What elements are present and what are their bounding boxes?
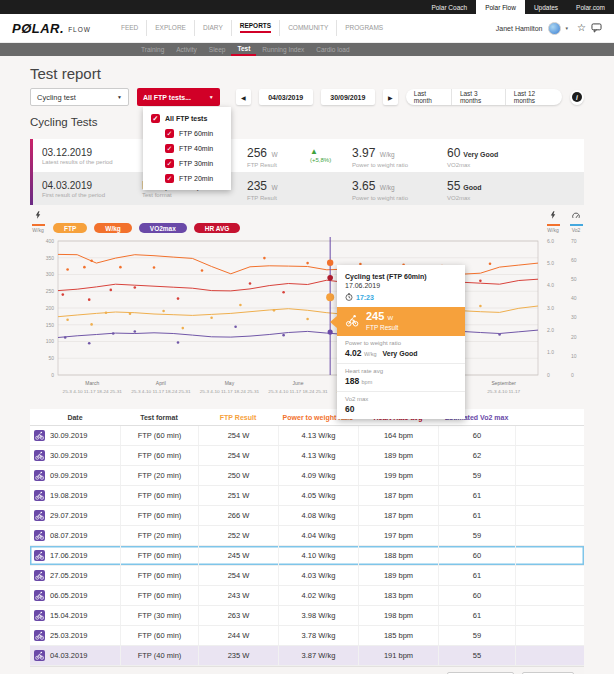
right-axis-wkg-tick: 5.0 xyxy=(547,260,554,266)
nav-community[interactable]: COMMUNITY xyxy=(279,20,336,37)
test-type-select[interactable]: All FTP tests... ▼ xyxy=(137,88,220,106)
legend-pill-vo2max[interactable]: VO2max xyxy=(139,223,187,233)
favorites-star-icon[interactable]: ☆ xyxy=(577,23,586,33)
summary-vo2-value: 55 xyxy=(447,179,460,193)
table-row[interactable]: 30.09.2019FTP (60 min)254 W4.13 W/kg189 … xyxy=(30,446,584,466)
data-dot-w-kg xyxy=(90,259,93,262)
range-last-3-months[interactable]: Last 3 months xyxy=(451,89,505,105)
cycling-sport-icon xyxy=(34,510,45,521)
date-value: 19.08.2019 xyxy=(50,491,88,500)
nav-diary[interactable]: DIARY xyxy=(194,20,231,37)
subnav-sleep[interactable]: Sleep xyxy=(203,43,232,56)
data-dot-ftp xyxy=(90,323,93,326)
sport-select[interactable]: Cycling test ▼ xyxy=(30,88,129,106)
x-axis-month: May xyxy=(225,380,235,386)
data-dot-ftp xyxy=(129,312,132,315)
table-row[interactable]: 17.06.2019FTP (60 min)245 W4.10 W/kg188 … xyxy=(30,546,584,566)
cell-empty xyxy=(515,486,584,505)
subnav-test[interactable]: Test xyxy=(231,43,256,56)
range-last-month[interactable]: Last month xyxy=(406,89,451,105)
cell-date: 15.04.2019 xyxy=(30,606,120,625)
date-to-field[interactable]: 30/09/2019 xyxy=(321,89,375,105)
date-from-field[interactable]: 04/03/2019 xyxy=(259,89,313,105)
nav-explore[interactable]: EXPLORE xyxy=(146,20,194,37)
legend-pill-hr-avg[interactable]: HR AVG xyxy=(194,223,241,233)
right-axis-wkg-tick: 6.0 xyxy=(547,238,554,244)
left-axis-tick: 50 xyxy=(48,355,54,361)
checkbox-checked-icon[interactable]: ✓ xyxy=(151,114,160,123)
checkbox-checked-icon[interactable]: ✓ xyxy=(165,144,174,153)
right-axis-wkg-tick: 0 xyxy=(547,372,550,378)
summary-ftp-value: 256 xyxy=(247,146,267,160)
dropdown-option-ftp-30min[interactable]: ✓FTP 30min xyxy=(143,156,231,171)
data-dot-hr-avg xyxy=(134,286,137,289)
range-last-12-months[interactable]: Last 12 months xyxy=(505,89,562,105)
summary-wkg-value: 3.97 xyxy=(352,146,375,160)
table-row[interactable]: 29.07.2019FTP (60 min)266 W4.08 W/kg187 … xyxy=(30,506,584,526)
column-header-date: Date xyxy=(30,414,120,421)
checkbox-checked-icon[interactable]: ✓ xyxy=(165,174,174,183)
dropdown-option-ftp-40min[interactable]: ✓FTP 40min xyxy=(143,141,231,156)
test-results-chart[interactable]: 4003503002502001501005006.05.04.03.02.01… xyxy=(30,235,584,403)
nav-programs[interactable]: PROGRAMS xyxy=(336,20,391,37)
topbar-link-polar-flow[interactable]: Polar Flow xyxy=(476,0,525,14)
cyclist-icon xyxy=(345,313,359,331)
table-row[interactable]: 25.03.2019FTP (60 min)244 W3.78 W/kg185 … xyxy=(30,626,584,646)
cell-empty xyxy=(515,506,584,525)
table-row[interactable]: 08.07.2019FTP (20 min)252 W4.04 W/kg197 … xyxy=(30,526,584,546)
feedback-bubble-icon[interactable] xyxy=(591,23,602,33)
right-axis-vo2-tick: 10 xyxy=(571,353,577,359)
series-line-hr-avg xyxy=(58,279,538,293)
cell-empty xyxy=(515,646,584,665)
checkbox-checked-icon[interactable]: ✓ xyxy=(165,129,174,138)
left-axis-tick: 250 xyxy=(46,288,55,294)
table-row[interactable]: 04.03.2019FTP (40 min)235 W3.87 W/kg191 … xyxy=(30,646,584,666)
right-axis-wkg-tick: 4.0 xyxy=(547,282,554,288)
table-row[interactable]: 27.05.2019FTP (60 min)254 W4.03 W/kg189 … xyxy=(30,566,584,586)
date-value: 09.09.2019 xyxy=(50,471,88,480)
subnav-activity[interactable]: Activity xyxy=(170,43,203,56)
right-axis-vo2-tick: 0 xyxy=(571,372,574,378)
dropdown-option-ftp-20min[interactable]: ✓FTP 20min xyxy=(143,171,231,186)
chart-tooltip: Cycling test (FTP 60min) 17.06.2019 17:2… xyxy=(337,265,465,419)
legend-pill-ftp[interactable]: FTP xyxy=(53,223,87,233)
cell-test-format: FTP (20 min) xyxy=(120,466,198,485)
user-menu-caret-icon[interactable]: ▾ xyxy=(566,25,569,31)
tooltip-title: Cycling test (FTP 60min) xyxy=(345,272,457,281)
legend-pill-w-kg[interactable]: W/kg xyxy=(94,223,132,233)
topbar-link-updates[interactable]: Updates xyxy=(525,0,567,14)
cell-test-format: FTP (60 min) xyxy=(120,426,198,445)
checkbox-checked-icon[interactable]: ✓ xyxy=(165,159,174,168)
x-axis-weeks: 25-3 4-10 11-17 18-24 25-31 xyxy=(63,389,123,394)
prev-period-button[interactable]: ◀ xyxy=(236,89,251,105)
data-dot-ftp xyxy=(479,305,482,308)
data-dot-hr-avg xyxy=(62,293,65,296)
table-row[interactable]: 06.05.2019FTP (60 min)243 W4.02 W/kg183 … xyxy=(30,586,584,606)
data-dot-hr-avg xyxy=(177,297,180,300)
subnav-cardio-load[interactable]: Cardio load xyxy=(310,43,355,56)
polar-logo[interactable]: PØLAR. xyxy=(12,21,64,36)
info-button[interactable]: i xyxy=(570,90,584,105)
app-header: PØLAR. FLOW FEEDEXPLOREDIARYREPORTSCOMMU… xyxy=(0,14,614,43)
data-dot-hr-avg xyxy=(88,298,91,301)
table-row[interactable]: 30.09.2019FTP (60 min)254 W4.13 W/kg164 … xyxy=(30,426,584,446)
sport-select-value: Cycling test xyxy=(37,93,76,102)
topbar-link-polar-com[interactable]: Polar.com xyxy=(567,0,614,14)
subnav-training[interactable]: Training xyxy=(135,43,170,56)
user-name[interactable]: Janet Hamilton xyxy=(496,25,543,32)
dropdown-option-ftp-60min[interactable]: ✓FTP 60min xyxy=(143,126,231,141)
next-period-button[interactable]: ▶ xyxy=(383,89,398,105)
cell-date: 29.07.2019 xyxy=(30,506,120,525)
table-row[interactable]: 19.08.2019FTP (60 min)251 W4.05 W/kg187 … xyxy=(30,486,584,506)
table-row[interactable]: 09.09.2019FTP (20 min)250 W4.09 W/kg199 … xyxy=(30,466,584,486)
nav-feed[interactable]: FEED xyxy=(113,20,146,37)
avatar[interactable] xyxy=(548,22,561,35)
dropdown-option-all[interactable]: ✓ All FTP tests xyxy=(143,111,231,126)
topbar-link-polar-coach[interactable]: Polar Coach xyxy=(422,0,476,14)
subnav-running-index[interactable]: Running Index xyxy=(256,43,310,56)
nav-reports[interactable]: REPORTS xyxy=(231,20,279,37)
table-row[interactable]: 15.04.2019FTP (30 min)263 W3.98 W/kg198 … xyxy=(30,606,584,626)
data-dot-ftp xyxy=(306,318,309,321)
cell-date: 04.03.2019 xyxy=(30,646,120,665)
cell-test-format: FTP (20 min) xyxy=(120,526,198,545)
